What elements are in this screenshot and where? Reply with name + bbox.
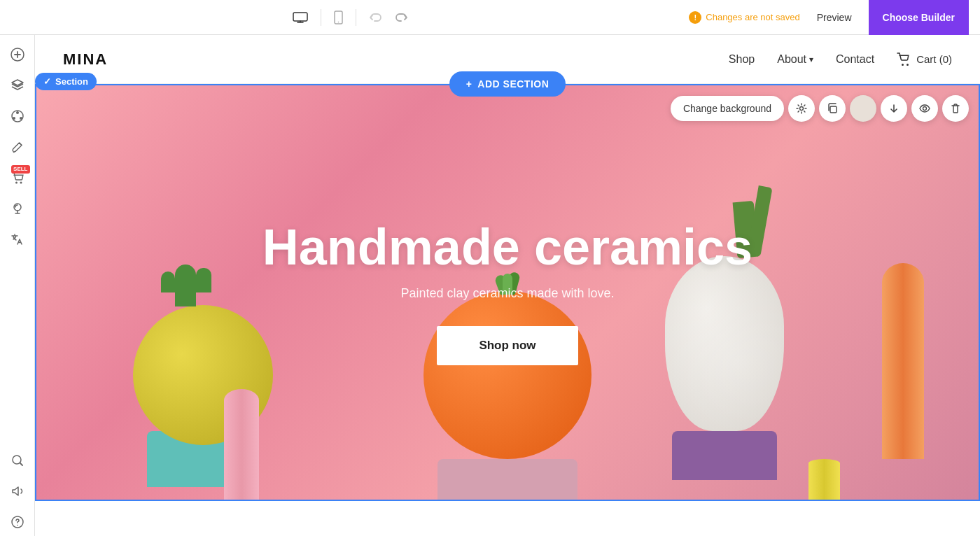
hero-section: Handmade ceramics Painted clay ceramics … [35,84,980,501]
toolbar-center [288,6,412,29]
sell-badge-label: SELL [11,165,29,174]
section-check-icon: ✓ [43,76,51,87]
sidebar-item-translate[interactable] [4,225,31,253]
nav-about[interactable]: About ▾ [777,53,813,66]
hero-content: Handmade ceramics Painted clay ceramics … [262,220,752,365]
svg-point-9 [20,182,22,184]
svg-rect-0 [293,13,307,21]
change-background-button[interactable]: Change background [671,96,784,121]
section-badge-label: Section [55,76,88,87]
duplicate-icon-button[interactable] [819,95,846,122]
site-nav-links: Shop About ▾ Contact Cart (0) [729,52,952,66]
site-frame: MINA Shop About ▾ Contact Cart [35,35,980,536]
hero-subtitle: Painted clay ceramics made with love. [262,286,752,301]
visibility-icon-button[interactable] [911,95,938,122]
nav-cart[interactable]: Cart (0) [897,52,952,66]
svg-point-18 [923,107,927,111]
sidebar-item-help[interactable] [4,508,31,536]
settings-icon-button[interactable] [788,95,815,122]
nav-contact[interactable]: Contact [836,53,874,66]
sidebar-item-sell[interactable]: SELL [4,164,31,192]
svg-point-16 [800,107,804,111]
device-separator2 [356,9,356,26]
unsaved-warning: ! Changes are not saved [689,11,799,24]
mobile-view-button[interactable] [330,6,347,29]
svg-point-13 [17,525,18,526]
sidebar-item-search[interactable] [4,446,31,474]
redo-button[interactable] [391,8,412,27]
add-section-plus-icon: + [466,78,472,90]
main-area: SELL [0,35,980,536]
shop-now-button[interactable]: Shop now [437,326,578,365]
move-down-icon-button[interactable] [881,95,907,122]
svg-point-8 [15,182,18,184]
svg-point-15 [906,64,909,66]
svg-rect-17 [830,106,836,113]
peach-base [438,459,578,501]
svg-point-14 [902,64,904,66]
undo-button[interactable] [365,8,386,27]
orange-cylinder [882,263,924,459]
pink-cylinder [224,389,259,501]
warning-icon: ! [689,11,701,24]
cactus-yellow [175,265,196,306]
add-section-button[interactable]: + ADD SECTION [449,71,566,97]
section-badge[interactable]: ✓ Section [35,73,97,90]
svg-point-7 [13,117,15,120]
sidebar-item-add[interactable] [4,41,31,69]
nav-shop[interactable]: Shop [729,53,755,66]
unsaved-text: Changes are not saved [706,12,799,22]
sidebar-item-app[interactable] [4,195,31,223]
color-swatch-button[interactable] [850,95,876,122]
svg-point-5 [16,111,19,114]
preview-button[interactable]: Preview [808,8,860,27]
top-toolbar: ! Changes are not saved Preview Choose B… [0,0,980,35]
svg-point-2 [337,21,339,22]
sidebar-item-design[interactable] [4,102,31,130]
choose-builder-button[interactable]: Choose Builder [869,0,969,35]
svg-point-6 [20,117,22,120]
sidebar-item-edit[interactable] [4,133,31,161]
sidebar-item-marketing[interactable] [4,477,31,505]
sidebar-item-layers[interactable] [4,71,31,99]
hero-title: Handmade ceramics [262,220,752,275]
yellow-small-cylinder [808,459,840,501]
delete-icon-button[interactable] [942,95,969,122]
sidebar: SELL [0,35,35,536]
desktop-view-button[interactable] [288,8,312,27]
about-chevron-icon: ▾ [809,55,813,64]
section-floating-toolbar: Change background [671,95,969,122]
device-separator [321,9,321,26]
add-section-label: ADD SECTION [477,78,549,90]
hero-section-wrapper: ✓ Section + ADD SECTION [35,84,980,501]
purple-base [672,431,777,480]
site-logo: MINA [63,50,108,69]
toolbar-right: ! Changes are not saved Preview Choose B… [689,0,969,35]
canvas: MINA Shop About ▾ Contact Cart [35,35,980,536]
